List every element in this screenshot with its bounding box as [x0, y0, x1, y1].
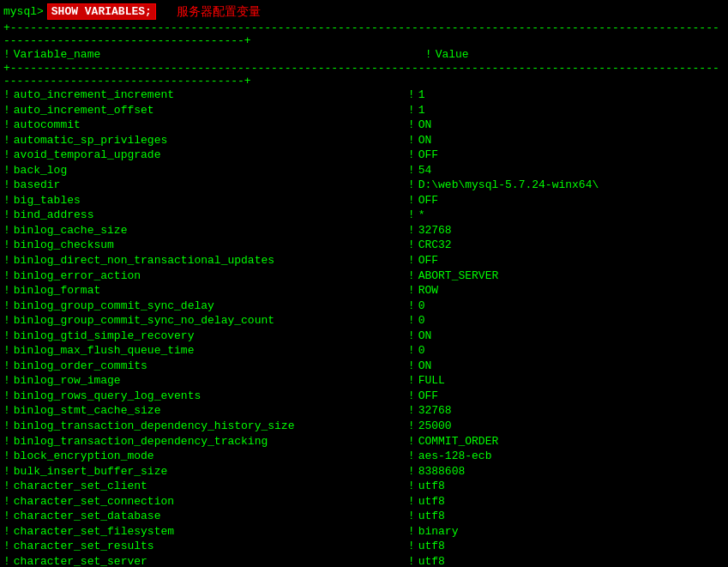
var-name: character_set_client — [14, 479, 408, 494]
var-value: OFF — [418, 148, 725, 163]
variables-table: !auto_increment_increment!1!auto_increme… — [0, 87, 728, 567]
var-name: binlog_cache_size — [14, 223, 408, 238]
var-value: 1 — [418, 87, 725, 103]
table-row: !basedir!D:\web\mysql-5.7.24-winx64\ — [0, 178, 728, 193]
table-row: !character_set_results!utf8 — [0, 539, 728, 554]
table-row: !binlog_row_image!FULL — [0, 373, 728, 389]
table-row: !binlog_stmt_cache_size!32768 — [0, 403, 728, 419]
var-value: * — [418, 208, 725, 223]
table-row: !binlog_transaction_dependency_tracking!… — [0, 434, 728, 449]
var-value: utf8 — [418, 539, 725, 554]
table-row: !binlog_format!ROW — [0, 283, 728, 299]
var-value: OFF — [418, 389, 725, 404]
var-value: 0 — [418, 299, 725, 314]
var-value: ON — [418, 118, 725, 133]
var-name: autocommit — [14, 118, 408, 133]
var-name: binlog_transaction_dependency_tracking — [14, 434, 408, 449]
table-row: !binlog_rows_query_log_events!OFF — [0, 389, 728, 404]
var-value: 0 — [418, 313, 725, 329]
var-name: binlog_gtid_simple_recovery — [14, 329, 408, 344]
prompt-line: mysql> SHOW VARIABLES; 服务器配置变量 — [0, 2, 728, 21]
table-row: !bulk_insert_buffer_size!8388608 — [0, 464, 728, 480]
var-name: bulk_insert_buffer_size — [14, 464, 408, 480]
var-name: block_encryption_mode — [14, 449, 408, 464]
table-row: !binlog_group_commit_sync_delay!0 — [0, 299, 728, 314]
var-value: COMMIT_ORDER — [418, 434, 725, 449]
table-row: !block_encryption_mode!aes-128-ecb — [0, 449, 728, 464]
var-name: character_set_filesystem — [14, 524, 408, 540]
var-name: binlog_group_commit_sync_delay — [14, 299, 408, 314]
var-name: character_set_results — [14, 539, 408, 554]
table-row: !big_tables!OFF — [0, 193, 728, 208]
table-row: !auto_increment_increment!1 — [0, 87, 728, 103]
var-name: basedir — [14, 178, 408, 193]
var-name: character_set_connection — [14, 494, 408, 510]
var-name: binlog_format — [14, 283, 408, 299]
var-name: binlog_direct_non_transactional_updates — [14, 253, 408, 268]
var-value: 0 — [418, 343, 725, 359]
table-row: !binlog_cache_size!32768 — [0, 223, 728, 238]
top-divider: +---------------------------------------… — [0, 21, 728, 47]
header-variable-name: Variable_name — [14, 48, 425, 61]
var-value: 1 — [418, 103, 725, 118]
table-row: !character_set_database!utf8 — [0, 509, 728, 524]
table-row: !binlog_gtid_simple_recovery!ON — [0, 329, 728, 344]
var-value: OFF — [418, 253, 725, 268]
table-row: !binlog_max_flush_queue_time!0 — [0, 343, 728, 359]
var-name: binlog_group_commit_sync_no_delay_count — [14, 313, 408, 329]
table-row: !character_set_filesystem!binary — [0, 524, 728, 540]
var-name: bind_address — [14, 208, 408, 223]
var-value: 32768 — [418, 223, 725, 238]
table-row: !character_set_connection!utf8 — [0, 494, 728, 510]
var-name: automatic_sp_privileges — [14, 133, 408, 148]
var-value: utf8 — [418, 554, 725, 567]
var-name: binlog_row_image — [14, 373, 408, 389]
var-name: character_set_database — [14, 509, 408, 524]
table-row: !auto_increment_offset!1 — [0, 103, 728, 118]
var-value: 25000 — [418, 419, 725, 434]
header-divider: +---------------------------------------… — [0, 62, 728, 87]
table-row: !character_set_server!utf8 — [0, 554, 728, 567]
var-value: 54 — [418, 163, 725, 178]
header-value: Value — [436, 48, 725, 61]
var-name: binlog_error_action — [14, 268, 408, 284]
table-row: !automatic_sp_privileges!ON — [0, 133, 728, 148]
var-name: character_set_server — [14, 554, 408, 567]
table-row: !autocommit!ON — [0, 118, 728, 133]
var-value: D:\web\mysql-5.7.24-winx64\ — [418, 178, 725, 193]
var-name: binlog_checksum — [14, 238, 408, 253]
var-value: CRC32 — [418, 238, 725, 253]
var-value: 32768 — [418, 403, 725, 419]
table-row: !character_set_client!utf8 — [0, 479, 728, 494]
prompt-label: mysql> — [3, 5, 44, 18]
var-value: binary — [418, 524, 725, 540]
command-input[interactable]: SHOW VARIABLES; — [47, 3, 156, 20]
table-row: !binlog_group_commit_sync_no_delay_count… — [0, 313, 728, 329]
var-value: ABORT_SERVER — [418, 268, 725, 284]
var-value: ON — [418, 133, 725, 148]
table-header: ! Variable_name ! Value — [0, 47, 728, 62]
var-value: ON — [418, 329, 725, 344]
table-row: !binlog_transaction_dependency_history_s… — [0, 419, 728, 434]
var-name: auto_increment_increment — [14, 87, 408, 103]
var-value: ROW — [418, 283, 725, 299]
var-value: OFF — [418, 193, 725, 208]
var-name: big_tables — [14, 193, 408, 208]
var-value: FULL — [418, 373, 725, 389]
var-value: utf8 — [418, 509, 725, 524]
var-value: aes-128-ecb — [418, 449, 725, 464]
table-row: !bind_address!* — [0, 208, 728, 223]
var-value: utf8 — [418, 494, 725, 510]
table-row: !binlog_checksum!CRC32 — [0, 238, 728, 253]
table-row: !avoid_temporal_upgrade!OFF — [0, 148, 728, 163]
var-value: ON — [418, 359, 725, 374]
table-row: !back_log!54 — [0, 163, 728, 178]
var-name: binlog_order_commits — [14, 359, 408, 374]
var-name: back_log — [14, 163, 408, 178]
var-name: binlog_max_flush_queue_time — [14, 343, 408, 359]
var-name: avoid_temporal_upgrade — [14, 148, 408, 163]
var-value: utf8 — [418, 479, 725, 494]
var-name: binlog_rows_query_log_events — [14, 389, 408, 404]
var-name: binlog_stmt_cache_size — [14, 403, 408, 419]
table-row: !binlog_direct_non_transactional_updates… — [0, 253, 728, 268]
